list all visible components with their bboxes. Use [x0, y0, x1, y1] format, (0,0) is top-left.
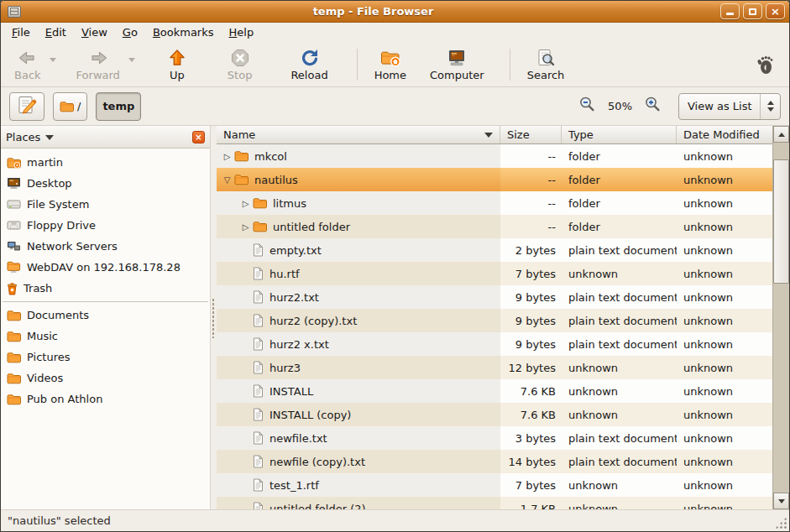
file-row-hurz2-txt[interactable]: hurz2.txt9 bytesplain text documentunkno… — [217, 285, 772, 309]
places-header[interactable]: Places × — [1, 126, 210, 149]
forward-button[interactable]: Forward — [70, 46, 127, 83]
sidebar-item-label: Pub on Athlon — [27, 393, 102, 405]
sidebar-item-trash[interactable]: Trash — [1, 278, 210, 299]
column-header-name[interactable]: Name — [217, 126, 500, 143]
text-file-icon — [253, 455, 264, 468]
file-row-hurz3[interactable]: hurz312 bytesunknownunknown — [217, 356, 772, 379]
folder-icon — [7, 352, 21, 363]
column-header-date-modified[interactable]: Date Modified — [677, 126, 772, 143]
scrollbar-thumb[interactable] — [773, 159, 789, 284]
file-size: -- — [500, 215, 562, 238]
file-row-empty-txt[interactable]: empty.txt2 bytesplain text documentunkno… — [217, 238, 772, 262]
column-header-size[interactable]: Size — [500, 126, 562, 143]
resize-grip[interactable] — [775, 517, 787, 529]
file-row-untitled-folder[interactable]: ▷untitled folder--folderunknown — [217, 215, 772, 238]
sidebar-item-videos[interactable]: Videos — [1, 368, 210, 389]
file-name: hurz2 (copy).txt — [269, 315, 357, 327]
file-row-install-copy-[interactable]: INSTALL (copy)7.6 KBunknownunknown — [217, 403, 772, 426]
file-modified: unknown — [677, 332, 772, 356]
zoom-in-button[interactable] — [639, 94, 667, 119]
file-row-newfile-copy-txt[interactable]: newfile (copy).txt14 bytesplain text doc… — [217, 450, 772, 473]
file-row-mkcol[interactable]: ▷mkcol--folderunknown — [217, 144, 772, 168]
back-button[interactable]: Back — [8, 46, 48, 83]
file-row-hurz2-copy-txt[interactable]: hurz2 (copy).txt9 bytesplain text docume… — [217, 309, 772, 332]
zoom-in-icon — [644, 96, 662, 113]
folder-icon — [234, 150, 249, 162]
file-row-newfile-txt[interactable]: newfile.txt3 bytesplain text documentunk… — [217, 426, 772, 450]
sidebar-item-file-system[interactable]: File System — [1, 194, 210, 215]
cell-name: hurz2 x.txt — [217, 332, 500, 356]
sidebar-item-floppy-drive[interactable]: Floppy Drive — [1, 215, 210, 236]
zoom-out-button[interactable] — [573, 94, 601, 119]
menu-go[interactable]: Go — [115, 23, 145, 41]
menu-bookmarks[interactable]: Bookmarks — [145, 23, 222, 41]
file-type: unknown — [562, 356, 677, 379]
file-row-install[interactable]: INSTALL7.6 KBunknownunknown — [217, 379, 772, 403]
file-row-nautilus[interactable]: ▽nautilus--folderunknown — [217, 168, 772, 191]
file-size: 9 bytes — [500, 285, 562, 309]
menu-edit[interactable]: Edit — [38, 23, 74, 41]
sidebar-item-martin[interactable]: martin — [1, 152, 210, 173]
file-modified: unknown — [677, 191, 772, 215]
minimize-button[interactable] — [720, 3, 740, 19]
file-row-hu-rtf[interactable]: hu.rtf7 bytesunknownunknown — [217, 262, 772, 285]
maximize-button[interactable] — [743, 3, 762, 19]
forward-history-dropdown[interactable] — [128, 58, 135, 62]
menu-file[interactable]: File — [4, 23, 38, 41]
expander-collapsed-icon[interactable]: ▷ — [220, 152, 234, 161]
file-name: newfile.txt — [269, 432, 327, 445]
column-label: Type — [568, 128, 594, 141]
titlebar[interactable]: temp - File Browser × — [1, 1, 789, 23]
computer-button[interactable]: Computer — [423, 46, 491, 83]
text-file-icon — [253, 408, 264, 421]
up-button[interactable]: Up — [160, 46, 194, 83]
file-row-untitled-folder-2-[interactable]: untitled folder (2)1.7 KBunknownunknown — [217, 497, 772, 509]
file-row-test-1-rtf[interactable]: test_1.rtf7 bytesunknownunknown — [217, 473, 772, 497]
home-folder-icon — [7, 157, 21, 169]
view-mode-label: View as List — [679, 100, 760, 112]
reload-button[interactable]: Reload — [284, 46, 334, 83]
scroll-down-button[interactable] — [773, 493, 789, 509]
path-button-temp[interactable]: temp — [96, 92, 141, 121]
menu-view[interactable]: View — [74, 23, 115, 41]
home-button[interactable]: Home — [368, 46, 413, 83]
sidebar-item-pub-on-athlon[interactable]: Pub on Athlon — [1, 389, 210, 409]
sidebar-item-webdav-on-192-168-178-28[interactable]: WebDAV on 192.168.178.28 — [1, 257, 210, 278]
sidebar-item-network-servers[interactable]: Network Servers — [1, 236, 210, 257]
back-history-dropdown[interactable] — [50, 58, 56, 62]
sidebar-item-music[interactable]: Music — [1, 326, 210, 347]
file-row-litmus[interactable]: ▷litmus--folderunknown — [217, 191, 772, 215]
vertical-scrollbar[interactable] — [772, 126, 789, 509]
expander-collapsed-icon[interactable]: ▷ — [238, 222, 253, 232]
file-size: 9 bytes — [500, 309, 562, 332]
close-button[interactable]: × — [766, 3, 785, 19]
pane-resize-handle[interactable] — [211, 126, 217, 509]
chevron-down-icon — [45, 135, 54, 140]
menu-help[interactable]: Help — [222, 23, 262, 41]
sidebar-item-documents[interactable]: Documents — [1, 305, 210, 326]
stop-button[interactable]: Stop — [221, 46, 259, 83]
back-icon — [18, 48, 38, 68]
sidebar-item-pictures[interactable]: Pictures — [1, 347, 210, 368]
path-button-[interactable]: / — [53, 92, 87, 121]
view-mode-combo[interactable]: View as List — [678, 93, 781, 120]
file-type: folder — [562, 168, 677, 191]
sidebar-item-label: Network Servers — [27, 240, 118, 253]
expander-collapsed-icon[interactable]: ▷ — [238, 199, 253, 208]
file-modified: unknown — [677, 215, 772, 238]
edit-location-button[interactable] — [9, 92, 44, 121]
file-size: 12 bytes — [500, 356, 562, 379]
search-button[interactable]: Search — [521, 46, 572, 83]
column-header-type[interactable]: Type — [562, 126, 677, 143]
file-type: plain text document — [562, 450, 677, 473]
scroll-up-button[interactable] — [773, 126, 789, 143]
expander-expanded-icon[interactable]: ▽ — [220, 175, 234, 185]
scroll-up-icon — [778, 133, 785, 137]
file-row-hurz2-x-txt[interactable]: hurz2 x.txt9 bytesplain text documentunk… — [217, 332, 772, 356]
combo-arrows-icon — [760, 94, 780, 119]
file-size: 7 bytes — [500, 473, 562, 497]
sidebar-item-desktop[interactable]: Desktop — [1, 173, 210, 194]
window-app-icon — [8, 6, 21, 18]
file-size: -- — [500, 191, 562, 215]
sidebar-close-button[interactable]: × — [192, 131, 205, 143]
